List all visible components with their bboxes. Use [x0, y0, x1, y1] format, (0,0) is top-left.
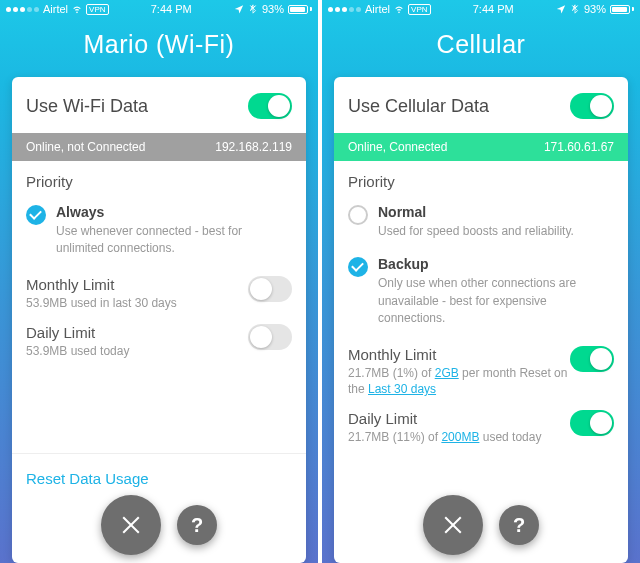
close-button[interactable] — [101, 495, 161, 555]
daily-quota-link[interactable]: 200MB — [441, 430, 479, 444]
card-title: Use Wi-Fi Data — [26, 96, 148, 117]
daily-title: Daily Limit — [348, 410, 570, 427]
daily-limit-toggle[interactable] — [248, 324, 292, 350]
monthly-reset-link[interactable]: Last 30 days — [368, 382, 436, 396]
page-title: Mario (Wi-Fi) — [0, 18, 318, 77]
location-icon — [234, 4, 244, 14]
monthly-sub: 53.9MB used in last 30 days — [26, 295, 248, 312]
priority-label: Priority — [12, 161, 306, 198]
ip-address: 192.168.2.119 — [215, 140, 292, 154]
settings-card: Use Wi-Fi Data Online, not Connected 192… — [12, 77, 306, 563]
signal-dots-icon — [328, 7, 361, 12]
radio-checked-icon — [26, 205, 46, 225]
daily-limit-row: Daily Limit 21.7MB (11%) of 200MB used t… — [334, 402, 628, 450]
bluetooth-icon — [248, 4, 258, 14]
help-button[interactable]: ? — [177, 505, 217, 545]
priority-option-always[interactable]: Always Use whenever connected - best for… — [12, 198, 306, 268]
priority-title: Backup — [378, 256, 614, 272]
close-icon — [442, 514, 464, 536]
card-title: Use Cellular Data — [348, 96, 489, 117]
use-data-toggle[interactable] — [248, 93, 292, 119]
phone-cellular: Airtel VPN 7:44 PM 93% Cellular Use Cell… — [322, 0, 640, 563]
carrier-label: Airtel — [365, 3, 390, 15]
location-icon — [556, 4, 566, 14]
priority-desc: Use whenever connected - best for unlimi… — [56, 223, 292, 258]
help-button[interactable]: ? — [499, 505, 539, 545]
daily-sub: 21.7MB (11%) of 200MB used today — [348, 429, 570, 446]
monthly-title: Monthly Limit — [348, 346, 570, 363]
monthly-quota-link[interactable]: 2GB — [435, 366, 459, 380]
carrier-label: Airtel — [43, 3, 68, 15]
monthly-limit-row: Monthly Limit 21.7MB (1%) of 2GB per mon… — [334, 338, 628, 403]
status-time: 7:44 PM — [473, 3, 514, 15]
ip-address: 171.60.61.67 — [544, 140, 614, 154]
use-data-toggle[interactable] — [570, 93, 614, 119]
daily-sub: 53.9MB used today — [26, 343, 248, 360]
priority-option-backup[interactable]: Backup Only use when other connections a… — [334, 250, 628, 337]
monthly-sub: 21.7MB (1%) of 2GB per month Reset on th… — [348, 365, 570, 399]
priority-title: Normal — [378, 204, 614, 220]
signal-dots-icon — [6, 7, 39, 12]
status-text: Online, not Connected — [26, 140, 145, 154]
daily-title: Daily Limit — [26, 324, 248, 341]
wifi-icon — [72, 4, 82, 14]
priority-label: Priority — [334, 161, 628, 198]
radio-unchecked-icon — [348, 205, 368, 225]
status-bar: Airtel VPN 7:44 PM 93% — [0, 0, 318, 18]
vpn-badge: VPN — [86, 4, 108, 15]
daily-limit-row: Daily Limit 53.9MB used today — [12, 316, 306, 364]
battery-pct: 93% — [262, 3, 284, 15]
vpn-badge: VPN — [408, 4, 430, 15]
connection-status: Online, Connected 171.60.61.67 — [334, 133, 628, 161]
close-icon — [120, 514, 142, 536]
connection-status: Online, not Connected 192.168.2.119 — [12, 133, 306, 161]
radio-checked-icon — [348, 257, 368, 277]
battery-pct: 93% — [584, 3, 606, 15]
status-bar: Airtel VPN 7:44 PM 93% — [322, 0, 640, 18]
priority-desc: Used for speed boosts and reliability. — [378, 223, 614, 240]
status-text: Online, Connected — [348, 140, 447, 154]
priority-desc: Only use when other connections are unav… — [378, 275, 614, 327]
page-title: Cellular — [322, 18, 640, 77]
battery-icon — [288, 5, 312, 14]
battery-icon — [610, 5, 634, 14]
monthly-limit-toggle[interactable] — [570, 346, 614, 372]
daily-limit-toggle[interactable] — [570, 410, 614, 436]
wifi-icon — [394, 4, 404, 14]
close-button[interactable] — [423, 495, 483, 555]
priority-option-normal[interactable]: Normal Used for speed boosts and reliabi… — [334, 198, 628, 250]
phone-wifi: Airtel VPN 7:44 PM 93% Mario (Wi-Fi) Use… — [0, 0, 318, 563]
status-time: 7:44 PM — [151, 3, 192, 15]
monthly-title: Monthly Limit — [26, 276, 248, 293]
bluetooth-icon — [570, 4, 580, 14]
settings-card: Use Cellular Data Online, Connected 171.… — [334, 77, 628, 563]
priority-title: Always — [56, 204, 292, 220]
monthly-limit-row: Monthly Limit 53.9MB used in last 30 day… — [12, 268, 306, 316]
monthly-limit-toggle[interactable] — [248, 276, 292, 302]
